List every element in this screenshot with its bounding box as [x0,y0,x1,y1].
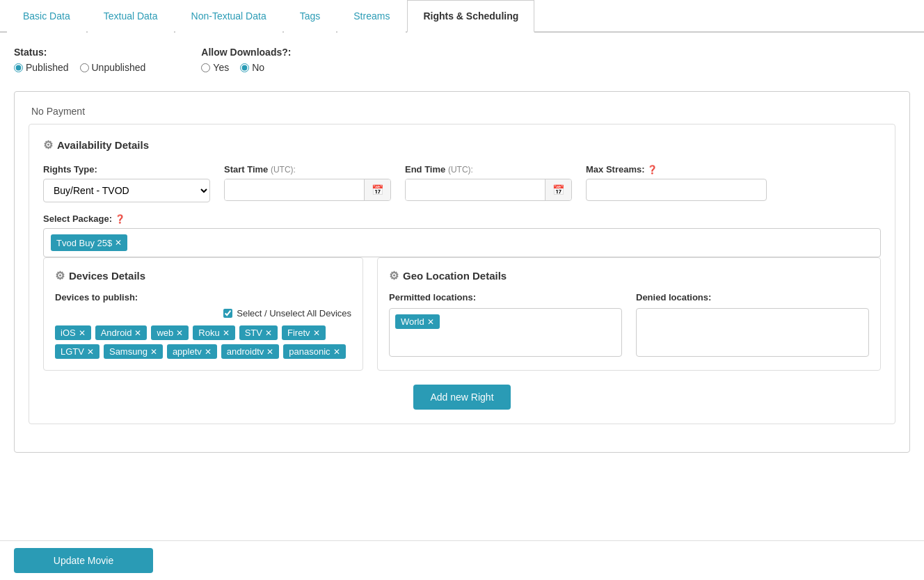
end-time-input[interactable]: 2050-12-01 00:00:00 [406,179,545,200]
tab-streams[interactable]: Streams [337,0,406,33]
allow-downloads-no-text: No [252,62,264,73]
device-chip-remove[interactable]: ✕ [266,347,273,357]
rights-type-label: Rights Type: [43,164,210,175]
main-content: Status: Published Unpublished Allow Down… [0,33,924,561]
device-chip-label: Android [101,328,132,338]
device-chip-label: Roku [198,328,219,338]
devices-publish-label: Devices to publish: [55,292,351,303]
device-chip-label: androidtv [227,346,264,357]
permitted-locations-col: Permitted locations: World ✕ [389,292,622,357]
tab-tags[interactable]: Tags [284,0,337,33]
max-streams-label: Max Streams: ❓ [586,164,767,175]
device-chip-label: Samsung [109,346,148,357]
denied-locations-input[interactable] [636,308,869,357]
end-time-input-wrapper: 2050-12-01 00:00:00 📅 [405,179,572,201]
max-streams-input[interactable]: 0 [586,179,767,201]
end-time-calendar-icon[interactable]: 📅 [545,179,571,200]
select-package-help-icon[interactable]: ❓ [115,214,125,224]
geo-header: ⚙ Geo Location Details [389,269,869,282]
device-chip: LGTV✕ [55,344,99,359]
tab-bar: Basic Data Textual Data Non-Textual Data… [0,0,924,33]
permitted-world-tag: World ✕ [395,314,440,329]
device-chip-remove[interactable]: ✕ [79,328,86,338]
geo-cols: Permitted locations: World ✕ Denied loca… [389,292,869,357]
device-chip: STV✕ [239,325,278,340]
status-unpublished-radio[interactable] [80,63,89,72]
status-published-label[interactable]: Published [14,62,69,73]
device-chip-label: appletv [173,346,202,357]
max-streams-help-icon[interactable]: ❓ [647,165,658,175]
devices-header: ⚙ Devices Details [55,269,351,282]
allow-downloads-label: Allow Downloads?: [201,47,291,58]
device-chip-remove[interactable]: ✕ [333,347,340,357]
add-right-row: Add new Right [43,385,881,410]
allow-downloads-yes-text: Yes [213,62,229,73]
permitted-world-label: World [401,316,424,327]
package-input-box[interactable]: Tvod Buy 25$ ✕ [43,228,881,257]
device-chip: appletv✕ [167,344,217,359]
device-chip-label: STV [245,328,262,338]
device-chip-remove[interactable]: ✕ [87,347,94,357]
devices-box: ⚙ Devices Details Devices to publish: Se… [43,257,363,371]
end-time-group: End Time (UTC): 2050-12-01 00:00:00 📅 [405,164,572,202]
select-all-checkbox[interactable] [223,309,232,318]
device-chip-remove[interactable]: ✕ [134,328,141,338]
max-streams-group: Max Streams: ❓ 0 [586,164,767,202]
availability-title: Availability Details [57,139,149,151]
device-chip: panasonic✕ [283,344,345,359]
allow-downloads-yes-radio[interactable] [201,63,210,72]
end-time-label: End Time (UTC): [405,164,572,175]
tab-textual-data[interactable]: Textual Data [88,0,174,33]
start-time-group: Start Time (UTC): 1970-01-01 00:00:00 📅 [224,164,391,202]
geo-title: Geo Location Details [403,270,507,282]
allow-downloads-no-radio[interactable] [240,63,249,72]
permitted-locations-input[interactable]: World ✕ [389,308,622,357]
bottom-bar: Update Movie [0,540,924,580]
select-all-row: Select / Unselect All Devices [55,308,351,319]
start-time-label: Start Time (UTC): [224,164,391,175]
status-published-text: Published [26,62,69,73]
geo-box: ⚙ Geo Location Details Permitted locatio… [377,257,881,371]
device-chip: Roku✕ [193,325,234,340]
device-chip-remove[interactable]: ✕ [176,328,183,338]
allow-downloads-no-label[interactable]: No [240,62,264,73]
allow-downloads-yes-label[interactable]: Yes [201,62,229,73]
status-row: Status: Published Unpublished Allow Down… [14,47,910,77]
no-payment-label: No Payment [29,106,895,117]
status-published-radio[interactable] [14,63,23,72]
device-chip-label: panasonic [289,346,330,357]
allow-downloads-radio-group: Yes No [201,62,291,77]
select-package-label: Select Package: ❓ [43,214,881,224]
add-new-right-button[interactable]: Add new Right [413,385,510,410]
availability-box: ⚙ Availability Details Rights Type: Buy/… [29,124,895,424]
denied-locations-col: Denied locations: [636,292,869,357]
update-movie-button[interactable]: Update Movie [14,548,153,573]
device-chip-label: web [157,328,173,338]
device-chip-remove[interactable]: ✕ [313,328,320,338]
device-chip: Firetv✕ [282,325,326,340]
start-time-calendar-icon[interactable]: 📅 [364,179,390,200]
device-chip-label: iOS [61,328,76,338]
device-chip-remove[interactable]: ✕ [265,328,272,338]
devices-title: Devices Details [69,270,145,282]
permitted-world-remove[interactable]: ✕ [427,317,434,327]
start-time-input-wrapper: 1970-01-01 00:00:00 📅 [224,179,391,201]
devices-gear-icon: ⚙ [55,269,65,282]
package-tag-remove[interactable]: ✕ [115,238,122,248]
tab-rights-scheduling[interactable]: Rights & Scheduling [407,0,534,33]
allow-downloads-group: Allow Downloads?: Yes No [201,47,291,77]
device-chip: iOS✕ [55,325,91,340]
lower-row: ⚙ Devices Details Devices to publish: Se… [43,257,881,371]
tab-non-textual-data[interactable]: Non-Textual Data [175,0,282,33]
device-chip-remove[interactable]: ✕ [223,328,230,338]
start-time-input[interactable]: 1970-01-01 00:00:00 [225,179,364,200]
status-unpublished-label[interactable]: Unpublished [80,62,146,73]
status-unpublished-text: Unpublished [92,62,146,73]
availability-form-row: Rights Type: Buy/Rent - TVOD Free Subscr… [43,164,881,202]
geo-gear-icon: ⚙ [389,269,399,282]
device-chip-remove[interactable]: ✕ [205,347,212,357]
tab-basic-data[interactable]: Basic Data [7,0,86,33]
rights-type-select[interactable]: Buy/Rent - TVOD Free Subscription [43,179,210,202]
device-chip-label: Firetv [287,328,310,338]
device-chip-remove[interactable]: ✕ [150,347,157,357]
